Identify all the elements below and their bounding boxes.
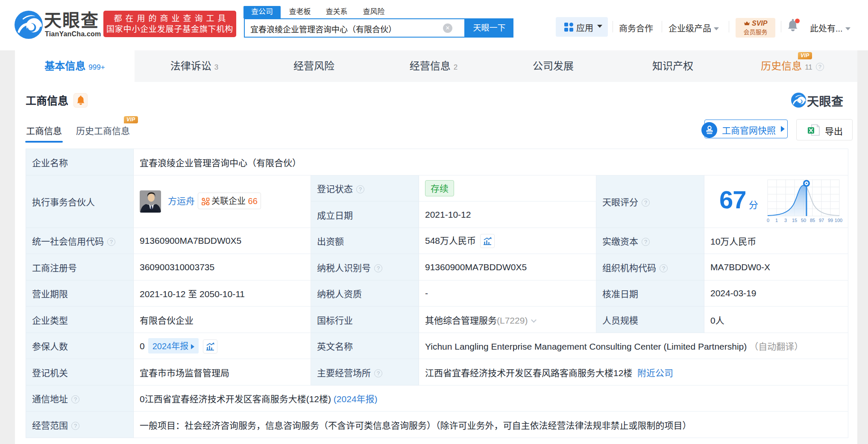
svg-text:15: 15 [792,218,797,223]
svg-text:100: 100 [835,218,842,223]
svg-text:99: 99 [828,218,833,223]
svg-text:1: 1 [775,218,778,223]
svg-text:97: 97 [819,218,824,223]
svg-text:85: 85 [810,218,815,223]
svg-text:3: 3 [784,218,787,223]
svg-text:50: 50 [801,218,806,223]
svg-text:0: 0 [767,218,769,223]
